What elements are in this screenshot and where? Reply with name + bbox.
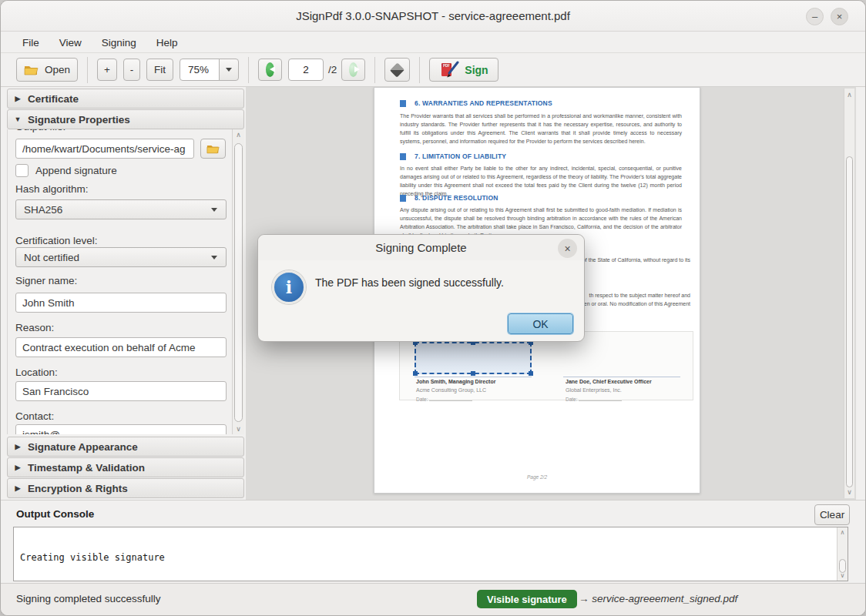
app-window: JSignPdf 3.0.0-SNAPSHOT - service-agreee… [0, 0, 866, 616]
certification-level-dropdown[interactable]: Not certified [15, 247, 227, 267]
output-file-input[interactable] [15, 139, 194, 159]
output-console-title: Output Console [16, 508, 94, 520]
minimize-icon: – [812, 11, 817, 22]
clear-console-button[interactable]: Clear [814, 504, 850, 525]
sign-button-label: Sign [465, 64, 488, 76]
menu-signing[interactable]: Signing [102, 37, 136, 49]
resize-handle[interactable] [471, 371, 475, 376]
sidebar: ▶ Certificate ▼ Signature Properties Out… [7, 89, 244, 498]
info-icon: i [272, 270, 306, 304]
certification-level-label: Certification level: [15, 235, 98, 246]
open-button[interactable]: Open [16, 58, 78, 82]
sidebar-scroll-thumb[interactable] [234, 143, 243, 422]
dialog-close-button[interactable]: × [558, 239, 577, 258]
section-timestamp-validation[interactable]: ▶ Timestamp & Validation [7, 457, 244, 477]
sidebar-scrollbar[interactable]: ∧ ∨ [232, 129, 244, 434]
status-message: Signing completed successfully [16, 593, 161, 604]
browse-output-button[interactable] [200, 139, 226, 159]
chevron-down-icon [211, 256, 217, 259]
fit-label: Fit [154, 64, 166, 75]
close-button[interactable]: × [831, 8, 848, 25]
console-output-box[interactable]: Creating visible signature Processing (i… [13, 527, 848, 581]
pdf-entire-agreement-fragment-2: tten or oral. No modification of this Ag… [581, 301, 690, 306]
resize-handle[interactable] [413, 371, 418, 376]
chevron-right-icon: ▶ [8, 464, 28, 471]
menu-bar: File View Signing Help [1, 32, 865, 53]
open-button-label: Open [45, 64, 70, 75]
location-input[interactable] [15, 381, 227, 401]
zoom-in-button[interactable]: + [97, 59, 117, 81]
viewer-scroll-thumb[interactable] [846, 156, 853, 487]
console-scroll-thumb[interactable] [839, 559, 846, 573]
date-blank-line [429, 397, 472, 401]
signer-name-input[interactable] [15, 293, 227, 313]
section-bullet-icon [400, 195, 406, 202]
signature-line-left [415, 377, 532, 377]
scroll-down-icon[interactable]: ∨ [837, 572, 848, 579]
section-encryption-rights[interactable]: ▶ Encryption & Rights [7, 478, 244, 498]
zoom-in-label: + [104, 64, 110, 75]
remove-signature-button[interactable] [384, 58, 410, 82]
reason-input[interactable] [15, 337, 227, 357]
append-signature-label: Append signature [35, 165, 117, 176]
signature-line-right [563, 377, 680, 377]
close-icon: × [564, 243, 570, 255]
previous-page-button[interactable] [258, 59, 282, 81]
next-page-button[interactable] [341, 59, 365, 81]
pdf-entire-agreement-fragment-1: th respect to the subject matter hereof … [589, 293, 690, 298]
hash-algorithm-dropdown[interactable]: SHA256 [15, 199, 227, 219]
signer-left-date: Date: [416, 397, 472, 402]
contact-label: Contact: [15, 410, 54, 422]
svg-text:PDF: PDF [443, 63, 450, 67]
section-bullet-icon [400, 100, 406, 107]
resize-handle[interactable] [529, 371, 533, 376]
page-total-label: /2 [328, 64, 337, 75]
contact-input-clipped[interactable] [15, 424, 227, 434]
section-signature-properties-label: Signature Properties [28, 114, 130, 126]
zoom-out-button[interactable]: - [123, 59, 140, 81]
signing-complete-dialog: Signing Complete × i The PDF has been si… [257, 234, 585, 342]
append-signature-checkbox[interactable] [15, 164, 29, 177]
section-certificate[interactable]: ▶ Certificate [7, 89, 244, 109]
signer-right-date: Date: [566, 397, 622, 402]
folder-icon [206, 143, 220, 154]
hash-algorithm-label: Hash algorithm: [15, 183, 89, 195]
signer-left-company: Acme Consulting Group, LLC [416, 387, 486, 393]
section-signature-appearance[interactable]: ▶ Signature Appearance [7, 437, 244, 457]
scroll-up-icon[interactable]: ∧ [233, 131, 244, 139]
zoom-combo-arrow-button[interactable] [219, 59, 239, 81]
sign-button[interactable]: PDF Sign [429, 58, 498, 82]
signer-left-name: John Smith, Managing Director [416, 379, 495, 384]
eraser-icon [390, 62, 404, 77]
pdf-section-6-heading: 6. WARRANTIES AND REPRESENTATIONS [400, 99, 552, 107]
window-title: JSignPdf 3.0.0-SNAPSHOT - service-agreee… [296, 9, 570, 22]
status-bar: Signing completed successfully Visible s… [1, 583, 866, 616]
ok-button[interactable]: OK [508, 313, 573, 334]
menu-file[interactable]: File [22, 37, 39, 49]
scroll-down-icon[interactable]: ∨ [844, 488, 854, 496]
scroll-down-icon[interactable]: ∨ [233, 425, 244, 433]
section-signature-properties[interactable]: ▼ Signature Properties [7, 109, 244, 129]
chevron-down-icon: ▼ [8, 116, 28, 123]
minimize-button[interactable]: – [806, 8, 824, 25]
page-number-input[interactable] [288, 59, 324, 81]
output-file-label: Output file: [15, 129, 108, 133]
viewer-scrollbar[interactable]: ∧ ∨ [844, 89, 854, 498]
scroll-up-icon[interactable]: ∧ [837, 529, 848, 536]
close-icon: × [837, 11, 843, 22]
menu-view[interactable]: View [59, 37, 82, 49]
pdf-section-7-body: In no event shall either Party be liable… [400, 164, 682, 198]
menu-help[interactable]: Help [156, 37, 178, 49]
section-encryption-rights-label: Encryption & Rights [28, 483, 128, 494]
contact-input[interactable] [15, 424, 227, 434]
visible-signature-placement-rect[interactable] [415, 342, 532, 374]
certification-level-value: Not certified [24, 252, 79, 263]
console-scrollbar[interactable]: ∧ ∨ [837, 527, 848, 581]
fit-button[interactable]: Fit [146, 59, 173, 81]
section-certificate-label: Certificate [28, 93, 79, 105]
toolbar: Open + - Fit 75% /2 PD [1, 53, 865, 87]
scroll-up-icon[interactable]: ∧ [844, 91, 854, 99]
reason-label: Reason: [15, 322, 54, 333]
console-line: Creating visible signature [20, 552, 832, 563]
zoom-level-combo[interactable]: 75% [180, 59, 239, 81]
